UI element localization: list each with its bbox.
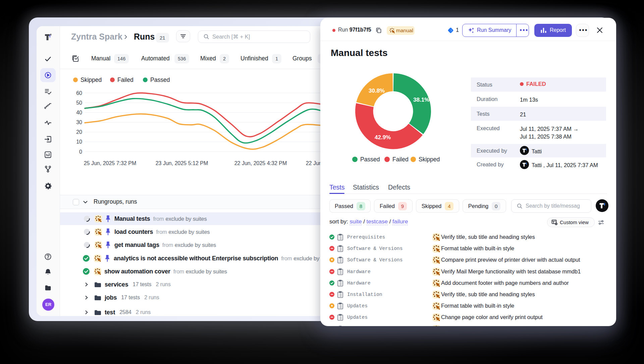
svg-text:50: 50: [76, 100, 82, 106]
svg-text:40: 40: [76, 110, 82, 115]
svg-text:20: 20: [76, 129, 82, 135]
svg-text:25 Jun, 2025 7:32 PM: 25 Jun, 2025 7:32 PM: [84, 160, 137, 166]
svg-text:22 Jun, 2025 4:32 PM: 22 Jun, 2025 4:32 PM: [234, 160, 287, 166]
svg-text:0: 0: [79, 149, 82, 155]
svg-text:23 Jun, 2025 5:12 PM: 23 Jun, 2025 5:12 PM: [156, 160, 208, 166]
svg-text:30: 30: [76, 119, 82, 125]
svg-text:60: 60: [76, 90, 82, 96]
svg-text:38.1%: 38.1%: [413, 97, 429, 103]
svg-text:30.8%: 30.8%: [369, 88, 385, 94]
svg-text:10: 10: [76, 139, 82, 145]
svg-text:42.9%: 42.9%: [375, 134, 391, 141]
